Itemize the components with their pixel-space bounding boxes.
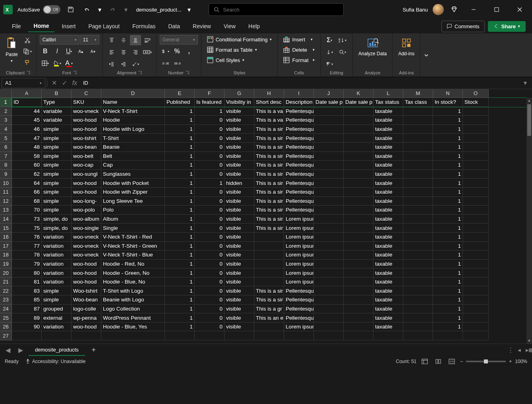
cell-G16[interactable]: visible — [224, 233, 254, 242]
tab-insert[interactable]: Insert — [56, 21, 81, 32]
cell-C18[interactable]: woo-vneck — [72, 251, 101, 260]
format-as-table-button[interactable]: Format as Table▾ — [205, 45, 275, 54]
vertical-scrollbar[interactable]: ▲ ▼ — [526, 98, 532, 344]
cell-L16[interactable]: taxable — [373, 233, 403, 242]
column-header-N[interactable]: N — [433, 89, 463, 98]
cell-N20[interactable]: 1 — [433, 268, 463, 278]
cell-M17[interactable] — [403, 242, 433, 251]
merge-button[interactable]: ▾ — [142, 47, 153, 57]
cell-D26[interactable]: Hoodie - Blue, Yes — [101, 322, 165, 332]
find-select-button[interactable]: ▾ — [336, 47, 349, 57]
cell-F7[interactable]: 0 — [195, 152, 224, 161]
row-header-14[interactable]: 14 — [0, 215, 12, 224]
cell-C1[interactable]: SKU — [72, 98, 101, 107]
cell-E17[interactable]: 1 — [165, 242, 195, 251]
cell-L23[interactable]: taxable — [373, 295, 403, 305]
cell-F13[interactable]: 0 — [195, 206, 224, 215]
hscroll-left-button[interactable]: ◀ — [518, 348, 521, 352]
cell-O2[interactable] — [463, 107, 489, 116]
cell-K20[interactable] — [344, 268, 373, 278]
zoom-in-button[interactable]: + — [509, 359, 512, 364]
bold-button[interactable]: B — [40, 46, 51, 56]
accounting-format-button[interactable]: $▾ — [160, 46, 171, 56]
cell-H9[interactable]: This is a sir — [254, 170, 284, 179]
cell-B8[interactable]: simple — [42, 161, 72, 170]
column-header-K[interactable]: K — [344, 89, 373, 98]
cell-B13[interactable]: simple — [42, 206, 72, 215]
zoom-level[interactable]: 100% — [515, 359, 527, 364]
cell-N7[interactable]: 1 — [433, 152, 463, 161]
cell-I21[interactable]: Lorem ipsum dolor sit amet, con — [284, 278, 314, 287]
cell-F24[interactable]: 0 — [195, 305, 224, 314]
column-header-G[interactable]: G — [224, 89, 254, 98]
cell-A10[interactable]: 64 — [12, 179, 42, 188]
cell-N27[interactable] — [433, 331, 463, 340]
cell-K23[interactable] — [344, 295, 373, 305]
column-header-D[interactable]: D — [101, 89, 165, 98]
column-header-A[interactable]: A — [12, 89, 42, 98]
cell-A9[interactable]: 62 — [12, 170, 42, 179]
cell-D1[interactable]: Name — [101, 98, 165, 107]
undo-dropdown[interactable]: ▾ — [97, 4, 103, 15]
cell-L6[interactable]: taxable — [373, 143, 403, 152]
align-middle-button[interactable] — [118, 35, 129, 45]
cell-A6[interactable]: 48 — [12, 143, 42, 152]
cell-E4[interactable]: 1 — [165, 125, 195, 134]
cell-J26[interactable] — [314, 322, 344, 332]
cell-L11[interactable]: taxable — [373, 188, 403, 197]
cell-O6[interactable] — [463, 143, 489, 152]
cell-E24[interactable]: 1 — [165, 305, 195, 314]
cell-L26[interactable]: taxable — [373, 322, 403, 332]
cell-F9[interactable]: 0 — [195, 170, 224, 179]
row-header-24[interactable]: 24 — [0, 305, 12, 314]
cell-J17[interactable] — [314, 242, 344, 251]
cell-G26[interactable]: visible — [224, 322, 254, 332]
cell-A16[interactable]: 76 — [12, 233, 42, 242]
cell-E22[interactable]: 1 — [165, 286, 195, 295]
name-box[interactable]: A1▾ — [2, 78, 45, 88]
insert-function-button[interactable]: fx — [70, 78, 80, 88]
cell-J19[interactable] — [314, 260, 344, 269]
cell-G20[interactable]: visible — [224, 268, 254, 278]
cell-A23[interactable]: 85 — [12, 295, 42, 305]
cell-F5[interactable]: 0 — [195, 134, 224, 143]
cell-G2[interactable]: visible — [224, 107, 254, 116]
cell-D13[interactable]: Polo — [101, 206, 165, 215]
cell-A26[interactable]: 90 — [12, 322, 42, 332]
cell-K7[interactable] — [344, 152, 373, 161]
cell-O20[interactable] — [463, 268, 489, 278]
cell-E14[interactable]: 1 — [165, 215, 195, 224]
number-format-dropdown[interactable]: General▾ — [160, 35, 198, 45]
vertical-scroll-thumb[interactable] — [527, 104, 531, 136]
paste-button[interactable]: Paste ▾ — [3, 35, 20, 64]
cell-J18[interactable] — [314, 251, 344, 260]
cell-I23[interactable]: Pellentesque habitant morbi trist — [284, 295, 314, 305]
cell-I10[interactable]: Pellentesque habitant morbi trist — [284, 179, 314, 188]
row-header-22[interactable]: 22 — [0, 286, 12, 295]
cell-H6[interactable]: This is a sir — [254, 143, 284, 152]
row-header-17[interactable]: 17 — [0, 242, 12, 251]
cell-L17[interactable]: taxable — [373, 242, 403, 251]
cell-H21[interactable] — [254, 278, 284, 287]
cell-E8[interactable]: 1 — [165, 161, 195, 170]
cell-I24[interactable]: Pellentesque habitant morbi trist — [284, 305, 314, 314]
cell-O4[interactable] — [463, 125, 489, 134]
column-header-M[interactable]: M — [403, 89, 433, 98]
cell-B21[interactable]: variation — [42, 278, 72, 287]
cell-N5[interactable]: 1 — [433, 134, 463, 143]
alignment-dialog-launcher[interactable] — [138, 71, 142, 75]
borders-button[interactable]: ▾ — [40, 58, 51, 68]
cell-G27[interactable] — [224, 331, 254, 340]
cell-M19[interactable] — [403, 260, 433, 269]
cell-O25[interactable] — [463, 313, 489, 322]
cell-C12[interactable]: woo-long- — [72, 197, 101, 206]
sort-filter-button[interactable]: AZ▾ — [336, 35, 349, 45]
cell-J16[interactable] — [314, 233, 344, 242]
cell-K21[interactable] — [344, 278, 373, 287]
cell-G14[interactable]: visible — [224, 215, 254, 224]
cell-C27[interactable] — [72, 331, 101, 340]
cell-I14[interactable]: Lorem ipsum dolor sit amet, con — [284, 215, 314, 224]
cell-G7[interactable]: visible — [224, 152, 254, 161]
cell-J24[interactable] — [314, 305, 344, 314]
cell-G6[interactable]: visible — [224, 143, 254, 152]
